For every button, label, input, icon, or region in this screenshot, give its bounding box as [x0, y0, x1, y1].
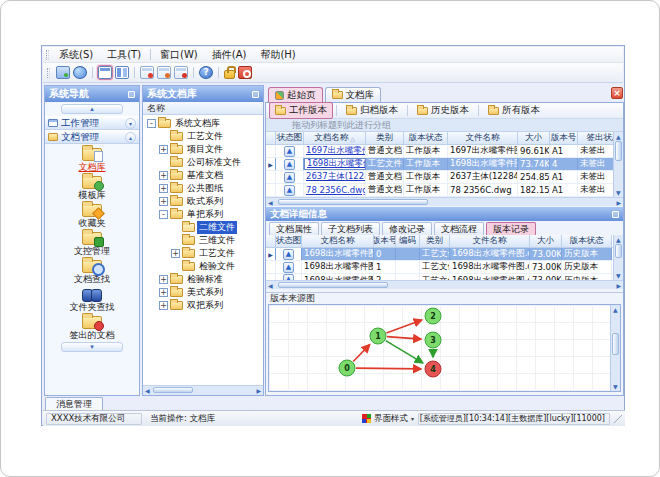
- tree-node-label[interactable]: 双把系列: [185, 299, 225, 312]
- column-header[interactable]: 版本状态: [404, 132, 448, 144]
- column-header[interactable]: 文件名称: [448, 132, 518, 144]
- tree-node-label[interactable]: 美式系列: [185, 286, 225, 299]
- toolbar-grip[interactable]: [47, 68, 50, 78]
- pin-icon[interactable]: [252, 91, 259, 98]
- chevron-up-icon[interactable]: ▴: [125, 132, 136, 143]
- column-header[interactable]: 状态图: [276, 235, 302, 247]
- expand-icon[interactable]: +: [171, 249, 180, 258]
- expand-icon[interactable]: +: [159, 275, 168, 284]
- scrollbar-thumb[interactable]: [153, 387, 193, 393]
- scroll-left-icon[interactable]: ◀: [268, 282, 273, 289]
- column-header[interactable]: 版本号: [374, 235, 396, 247]
- scroll-right-icon[interactable]: ▶: [256, 387, 261, 394]
- window-tile-icon[interactable]: [115, 66, 129, 79]
- collapse-icon[interactable]: -: [147, 119, 156, 128]
- version-filter-button[interactable]: 工作版本: [269, 102, 333, 119]
- sidebar-group[interactable]: 文档管理▴: [45, 130, 139, 144]
- sidebar-scroll-down[interactable]: ▾: [61, 342, 123, 352]
- scroll-down-icon[interactable]: ▼: [616, 189, 621, 196]
- sidebar-item-checkout[interactable]: 签出的文档: [45, 312, 139, 340]
- tree-node[interactable]: +公共图纸: [143, 182, 263, 195]
- tree-node-label[interactable]: 项目文件: [185, 143, 225, 156]
- scroll-up-icon[interactable]: ▲: [616, 133, 621, 140]
- group-by-hint[interactable]: 拖动列标题到此进行分组: [266, 119, 623, 132]
- tree-node-label[interactable]: 三维文件: [197, 234, 237, 247]
- version-filter-button[interactable]: 归档版本: [340, 102, 404, 119]
- scroll-right-icon[interactable]: ▶: [616, 199, 621, 206]
- scroll-left-icon[interactable]: ◀: [145, 387, 150, 394]
- tree-node[interactable]: +双把系列: [143, 299, 263, 312]
- menu-item[interactable]: 窗口(W): [153, 48, 205, 62]
- tab-document-library[interactable]: 文档库: [325, 87, 382, 102]
- table-row[interactable]: 78 2356C.dwg普通文档工作版本78 2356C.dwg182.15KB…: [266, 184, 613, 197]
- tab-message-management[interactable]: 消息管理: [45, 397, 103, 410]
- detail-tab[interactable]: 修改记录: [382, 222, 432, 235]
- menu-item[interactable]: 插件(A): [205, 48, 254, 62]
- tree-node-label[interactable]: 公共图纸: [185, 182, 225, 195]
- sidebar-scroll-up[interactable]: ▴: [61, 104, 123, 114]
- document-link[interactable]: 1698出水嘴零件图.dwg: [307, 158, 366, 170]
- tree-node[interactable]: +美式系列: [143, 286, 263, 299]
- column-header[interactable]: 文件名称: [450, 235, 530, 247]
- display-icon[interactable]: [56, 66, 70, 79]
- document-link[interactable]: 78 2356C.dwg: [306, 185, 366, 195]
- tree-node[interactable]: 工艺文件: [143, 130, 263, 143]
- close-tab-button[interactable]: ×: [611, 87, 623, 99]
- tree-node-label[interactable]: 检验文件: [197, 260, 237, 273]
- sidebar-item-star[interactable]: 收藏夹: [45, 200, 139, 228]
- table-row[interactable]: ▶1698出水嘴零件图.dwg工艺文件工作版本1698出水嘴零件图.dwg73.…: [266, 158, 613, 171]
- expand-icon[interactable]: +: [159, 145, 168, 154]
- menu-item[interactable]: 系统(S): [52, 48, 100, 62]
- tree-node[interactable]: +基准文档: [143, 169, 263, 182]
- tree-node-label[interactable]: 检验标准: [185, 273, 225, 286]
- vertical-scrollbar[interactable]: ▲ ▼: [613, 132, 623, 197]
- tree-node-label[interactable]: 欧式系列: [185, 195, 225, 208]
- column-header[interactable]: 大小: [518, 132, 550, 144]
- menu-item[interactable]: 帮助(H): [253, 48, 302, 62]
- exit-icon[interactable]: [238, 66, 252, 79]
- column-header[interactable]: 状态图: [276, 132, 304, 144]
- scroll-down-icon[interactable]: ▼: [613, 383, 618, 390]
- pin-icon[interactable]: [612, 211, 619, 218]
- vertical-scrollbar[interactable]: ▲ ▼: [613, 235, 623, 280]
- column-header[interactable]: 编码: [396, 235, 420, 247]
- tree-node[interactable]: +工艺文件: [143, 247, 263, 260]
- sidebar-item-template[interactable]: 模板库: [45, 172, 139, 200]
- horizontal-scrollbar[interactable]: ◀ ▶: [266, 280, 623, 289]
- detail-tab[interactable]: 文档属性: [269, 222, 319, 235]
- globe-icon[interactable]: [73, 66, 87, 79]
- sidebar-item-search[interactable]: 文档查找: [45, 256, 139, 284]
- expand-icon[interactable]: +: [159, 288, 168, 297]
- table-row[interactable]: 2637主体(12284).dwg普通文档工作版本2637主体(12284).d…: [266, 171, 613, 184]
- menu-item[interactable]: 工具(T): [100, 48, 148, 62]
- table-row[interactable]: 1697出水嘴零件图.dwg普通文档工作版本1697出水嘴零件图.dwg96.6…: [266, 145, 613, 158]
- scrollbar-thumb[interactable]: [278, 199, 428, 205]
- vertical-scrollbar[interactable]: ▲ ▼: [610, 305, 620, 391]
- scrollbar-thumb[interactable]: [615, 244, 622, 258]
- tab-start-page[interactable]: 起始页: [268, 87, 323, 102]
- column-header[interactable]: 版本状态: [562, 235, 612, 247]
- mail-delete-icon[interactable]: [140, 66, 154, 79]
- column-header[interactable]: 类别: [420, 235, 450, 247]
- tree-node-label[interactable]: 单把系列: [185, 208, 225, 221]
- horizontal-scrollbar[interactable]: ◀ ▶: [266, 197, 623, 206]
- column-header[interactable]: 类别: [366, 132, 404, 144]
- column-header[interactable]: 签出状态: [578, 132, 613, 144]
- mail-receive-icon[interactable]: [174, 66, 188, 79]
- chevron-down-icon[interactable]: ▾: [125, 118, 136, 129]
- column-header[interactable]: 文档名称△: [304, 132, 366, 144]
- document-link[interactable]: 2637主体(12284).dwg: [306, 171, 366, 183]
- expand-icon[interactable]: +: [159, 171, 168, 180]
- tree-node[interactable]: 检验文件: [143, 260, 263, 273]
- tree-node-label[interactable]: 基准文档: [185, 169, 225, 182]
- window-cascade-icon[interactable]: [98, 66, 112, 79]
- scroll-left-icon[interactable]: ◀: [268, 199, 273, 206]
- mail-send-icon[interactable]: [157, 66, 171, 79]
- version-filter-button[interactable]: 历史版本: [411, 102, 475, 119]
- collapse-icon[interactable]: -: [159, 210, 168, 219]
- toolbar-grip[interactable]: [46, 50, 49, 60]
- tree-node[interactable]: 公司标准文件: [143, 156, 263, 169]
- tree-node[interactable]: +检验标准: [143, 273, 263, 286]
- scroll-up-icon[interactable]: ▲: [613, 306, 618, 313]
- expand-icon[interactable]: +: [159, 184, 168, 193]
